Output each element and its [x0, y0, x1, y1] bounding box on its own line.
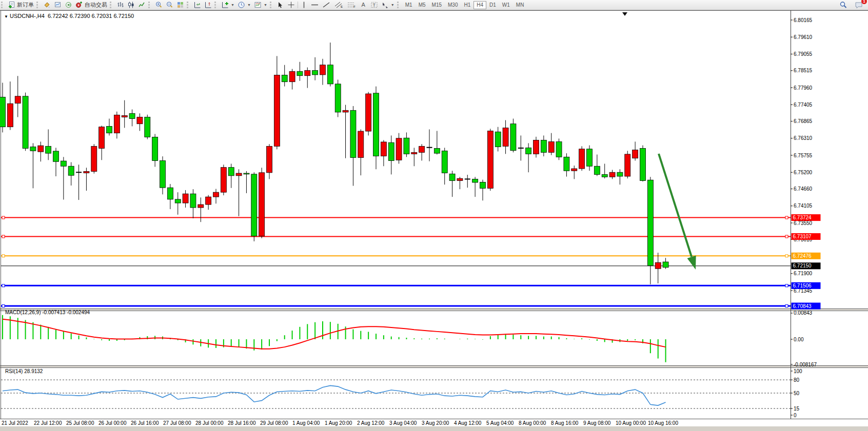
ohlc-close: 6.72150 [113, 13, 134, 19]
axis-label: 4 Aug 12:00 [454, 420, 482, 426]
line-handle[interactable] [785, 305, 788, 307]
axis-label: 10 Aug 00:00 [616, 420, 646, 426]
axis-label: 6.79610 [794, 34, 813, 40]
price-label-text: 6.73724 [793, 215, 812, 220]
axis-label: 9 Aug 08:00 [583, 420, 611, 426]
axis-label: 26 Jul 16:00 [131, 420, 159, 426]
axis-label: 28 Jul 00:00 [195, 420, 224, 426]
axis-label: 6.77960 [794, 85, 813, 91]
pane-structure [0, 10, 868, 431]
axis-label: 0.00 [794, 337, 804, 342]
chart-menu-caret-icon[interactable]: ▼ [4, 14, 8, 19]
axis-label: 26 Jul 00:00 [98, 420, 127, 426]
chart-title: ▼ USDCNH-,H4 6.72242 6.72390 6.72031 6.7… [4, 13, 134, 19]
chart-canvas[interactable]: 6.801656.796106.790556.785156.779606.774… [0, 0, 868, 431]
price-label-text: 6.72150 [793, 263, 812, 269]
price-label-text: 6.70843 [793, 303, 812, 309]
rsi-indicator [1, 380, 791, 408]
axis-label: 5 Aug 04:00 [486, 420, 514, 426]
axis-label: 6.71900 [794, 271, 813, 276]
axis-label: 2 Aug 12:00 [357, 420, 385, 426]
axis-label: 6.74660 [794, 186, 813, 192]
axis-label: 50 [794, 391, 800, 396]
line-handle[interactable] [785, 216, 788, 219]
macd-name: MACD(12,26,9) [5, 310, 41, 315]
horizontal-price-lines[interactable] [1, 216, 791, 307]
axis-label: 15 [794, 406, 800, 412]
macd-label: MACD(12,26,9) -0.007413 -0.002494 [5, 310, 90, 315]
trading-platform-window: 新订单 自动交易 [0, 0, 868, 431]
line-handle[interactable] [2, 255, 5, 257]
chart-symbol-period: USDCNH-,H4 [10, 13, 45, 19]
axis-label: 3 Aug 04:00 [389, 420, 417, 426]
axis-label: 1 Aug 20:00 [325, 420, 352, 426]
axis-label: 6.74105 [794, 203, 813, 209]
line-handle[interactable] [785, 235, 788, 238]
rsi-name: RSI(14) [5, 368, 23, 374]
axis-labels: 6.801656.796106.790556.785156.779606.774… [2, 17, 817, 426]
axis-label: 6.78515 [794, 68, 813, 73]
price-label-text: 6.72476 [793, 253, 812, 259]
axis-label: 0.00843 [794, 310, 813, 316]
axis-label: 22 Jul 12:00 [34, 420, 62, 426]
axis-label: 8 Aug 00:00 [519, 420, 546, 426]
line-handle[interactable] [785, 284, 788, 287]
axis-label: 6.75755 [794, 153, 813, 158]
axis-label: 6.76310 [794, 135, 813, 141]
ohlc-open: 6.72242 [48, 13, 68, 19]
ohlc-high: 6.72390 [70, 13, 90, 19]
candlesticks [0, 43, 668, 284]
rsi-value: 28.9132 [24, 368, 43, 374]
axis-label: 6.76865 [794, 118, 813, 124]
axis-label: 0 [794, 413, 797, 418]
axis-label: 6.80165 [794, 17, 813, 23]
axis-label: 3 Aug 20:00 [422, 420, 449, 426]
axis-label: 6.73550 [794, 220, 813, 226]
macd-indicator [3, 315, 666, 362]
line-handle[interactable] [785, 255, 788, 257]
line-handle[interactable] [2, 235, 5, 238]
price-line-labels: 6.737246.731076.724766.715066.708436.721… [792, 214, 821, 309]
axis-label: 6.79055 [794, 51, 813, 57]
axis-label: -0.008167 [794, 362, 817, 367]
line-handle[interactable] [2, 216, 5, 219]
ohlc-low: 6.72031 [92, 13, 112, 19]
rsi-label: RSI(14) 28.9132 [5, 368, 43, 374]
axis-label: 27 Jul 08:00 [163, 420, 191, 426]
axis-label: 100 [794, 368, 802, 374]
axis-label: 21 Jul 2022 [2, 420, 28, 426]
axis-label: 25 Jul 08:00 [66, 420, 94, 426]
line-handle[interactable] [2, 305, 5, 307]
price-label-text: 6.73107 [793, 234, 812, 239]
macd-main-value: -0.007413 [42, 310, 65, 315]
axis-label: 6.75200 [794, 170, 813, 175]
axis-label: 10 Aug 16:00 [648, 420, 678, 426]
axis-label: 6.77405 [794, 102, 813, 108]
trend-arrow-annotation[interactable] [659, 154, 696, 270]
macd-signal-value: -0.002494 [67, 310, 90, 315]
axis-label: 28 Jul 16:00 [228, 420, 256, 426]
line-handle[interactable] [2, 284, 5, 287]
axis-label: 29 Jul 08:00 [260, 420, 288, 426]
axis-label: 8 Aug 16:00 [551, 420, 579, 426]
axis-label: 1 Aug 04:00 [292, 420, 320, 426]
price-label-text: 6.71506 [793, 283, 812, 289]
axis-label: 80 [794, 377, 800, 383]
